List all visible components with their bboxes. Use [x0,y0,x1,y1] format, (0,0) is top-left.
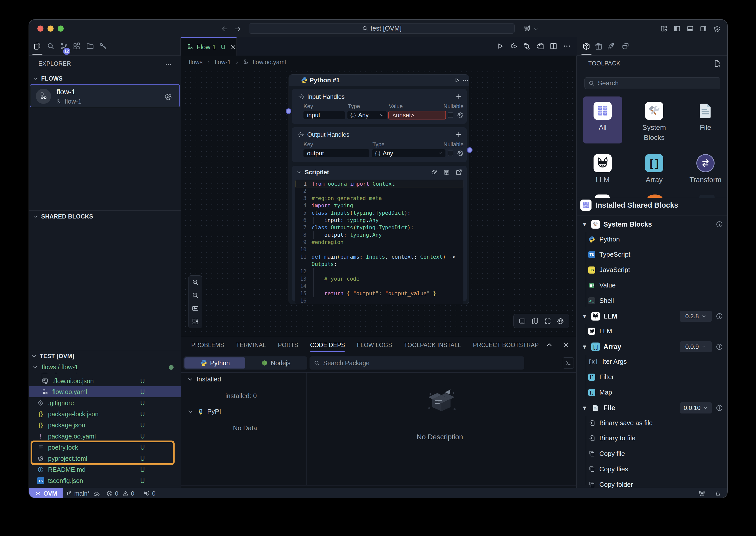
panel-tab-project-bootstrap[interactable]: PROJECT BOOTSTRAP [473,337,539,353]
version-select-file[interactable]: 0.0.10 [680,402,712,414]
output-key-field[interactable]: output [303,149,369,157]
flow-card-gear-icon[interactable] [164,93,172,101]
scriptlet-code[interactable]: 1from oocana import Context23#region gen… [295,180,464,304]
activity-files-icon[interactable] [33,42,42,50]
info-icon[interactable] [716,313,723,320]
tile-file[interactable]: File [686,96,725,144]
traffic-light-minimize[interactable] [48,25,53,32]
node-more-icon[interactable] [462,77,469,84]
panel-close-icon[interactable] [562,341,570,349]
section-flows[interactable]: FLOWS [29,73,181,84]
input-type-select[interactable]: {..}Any [347,111,387,119]
node-header[interactable]: Python #1 [289,75,469,86]
history-forward-icon[interactable] [234,25,242,33]
block-item-copy-file[interactable]: Copy file [577,446,728,461]
activity-search-icon[interactable] [47,42,55,50]
tab-close-icon[interactable] [230,44,236,50]
panel-tab-problems[interactable]: PROBLEMS [191,337,224,353]
run-flow-icon[interactable] [496,42,504,50]
export-icon[interactable] [536,42,544,50]
breadcrumb[interactable]: flows flow-1 flow.oo.yaml [181,55,576,69]
rocket-icon[interactable] [607,42,615,50]
package-search-input[interactable]: Search Package [310,356,524,370]
pypi-section-header[interactable]: PyPI [187,408,221,416]
editor-more-icon[interactable] [563,42,571,50]
tile-all[interactable]: All [583,96,622,144]
add-output-icon[interactable] [455,131,462,138]
attach-icon[interactable] [431,169,437,175]
tile-transform[interactable]: Transform [686,149,725,196]
tile-llm[interactable]: LLM [583,149,622,196]
breadcrumb-flows[interactable]: flows [189,59,203,66]
version-select-array[interactable]: 0.0.9 [680,341,712,352]
block-item-typescript[interactable]: TS TypeScript [577,247,728,262]
tile-array[interactable]: [ ] Array [635,149,674,196]
auto-layout-icon[interactable] [191,318,199,325]
activity-folder-icon[interactable] [86,42,94,50]
remote-indicator[interactable]: OVM [29,488,63,498]
section-project[interactable]: TEST [OVM] [29,351,181,362]
breadcrumb-flow-1[interactable]: flow-1 [215,59,231,66]
panel-tab-toolpack-install[interactable]: TOOLPACK INSTALL [404,337,461,353]
block-item-binary-to-file[interactable]: Binary to file [577,430,728,446]
flow-canvas[interactable]: Python #1 Input Handles Key Type Value N… [181,69,576,337]
panel-tab-flow-logs[interactable]: FLOW LOGS [357,337,392,353]
lang-python-button[interactable]: Python [185,357,245,369]
tree-row-file-selected[interactable]: flow.oo.yamlU [29,386,181,397]
version-select-llm[interactable]: 0.2.8 [680,311,712,322]
flow-card[interactable]: flow-1 flow-1 [30,84,180,107]
block-item-llm[interactable]: LLM [577,323,728,339]
open-in-editor-icon[interactable] [456,169,462,176]
block-item-python[interactable]: Python [577,232,728,247]
panel-tab-code-deps[interactable]: CODE DEPS [310,337,345,353]
panel-tab-terminal[interactable]: TERMINAL [236,337,266,353]
toggle-panel-icon[interactable] [519,317,526,325]
section-shared-blocks[interactable]: SHARED BLOCKS [29,211,181,222]
mascot-status-icon[interactable] [698,488,706,498]
block-item-map[interactable]: [ ] Map [577,385,728,400]
customize-layout-icon[interactable] [660,25,668,32]
lang-nodejs-button[interactable]: Nodejs [245,357,306,369]
tree-row-file[interactable]: .gitignoreU [29,397,181,409]
canvas-settings-icon[interactable] [557,317,564,325]
output-handle-port[interactable] [467,147,472,153]
info-icon[interactable] [716,220,723,228]
history-back-icon[interactable] [221,25,228,33]
breadcrumb-file[interactable]: flow.oo.yaml [253,59,286,66]
panel-terminal-button[interactable] [563,357,574,369]
toggle-left-panel-icon[interactable] [673,25,681,32]
panel-tab-ports[interactable]: PORTS [278,337,298,353]
tile-system-blocks[interactable]: System Blocks [635,96,674,144]
block-item-javascript[interactable]: JS JavaScript [577,262,728,278]
explorer-more-icon[interactable] [165,61,172,68]
new-toolpack-icon[interactable] [713,60,721,67]
branch-indicator[interactable]: main* [65,488,100,498]
block-item-filter[interactable]: [ ] Filter [577,369,728,385]
toolpack-search-input[interactable]: Search [584,77,720,89]
fullscreen-icon[interactable] [544,318,551,324]
sync-icon[interactable] [523,42,531,50]
account-chevron-icon[interactable] [533,26,538,32]
add-input-icon[interactable] [455,93,462,100]
input-key-field[interactable]: input [303,111,345,119]
activity-key-icon[interactable] [99,42,107,50]
toggle-right-panel-icon[interactable] [700,25,707,32]
gift-icon[interactable] [595,42,603,50]
tree-row-file[interactable]: TS tsconfig.jsonU [29,475,181,486]
settings-gear-icon[interactable] [713,25,721,33]
tree-row-file[interactable]: {} package.jsonU [29,419,181,431]
toolpack-cube-icon[interactable] [582,42,591,50]
tree-row-file[interactable]: .flow.ui.oo.jsonU [29,375,181,386]
output-nullable-checkbox[interactable] [448,151,453,156]
block-item-iter-args[interactable]: [x] Iter Args [577,354,728,369]
installed-section-header[interactable]: Installed [187,375,221,383]
tree-row-file[interactable]: {} package-lock.jsonU [29,409,181,419]
info-icon[interactable] [716,404,723,412]
group-system-blocks[interactable]: ▼ System Blocks [577,217,728,232]
toggle-bottom-panel-icon[interactable] [687,25,694,32]
chat-icon[interactable] [621,42,630,50]
notifications-bell-icon[interactable] [714,488,721,498]
minimap-icon[interactable] [532,317,539,325]
fit-view-icon[interactable] [191,305,199,312]
node-python-1[interactable]: Python #1 Input Handles Key Type Value N… [289,74,469,304]
